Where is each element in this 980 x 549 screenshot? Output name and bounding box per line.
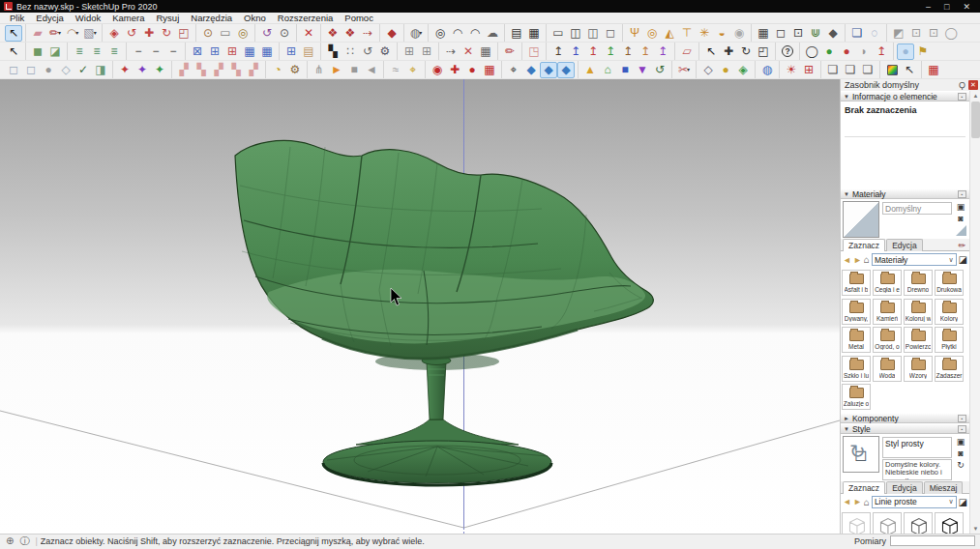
edge-lines-remove-icon[interactable]: ≡ [105, 43, 123, 60]
material-category[interactable]: Szkło i lu [842, 356, 871, 382]
window-lock-icon[interactable]: ◻ [602, 25, 619, 42]
drop-green-icon[interactable]: ↥ [602, 43, 619, 60]
leaf-gem-icon[interactable]: ◈ [734, 62, 752, 78]
table-edit-icon[interactable]: ▦ [477, 43, 494, 60]
gear-icon[interactable]: ⚙ [376, 43, 394, 60]
window-new-icon[interactable]: ▭ [549, 25, 567, 42]
menu-item-kamera[interactable]: Kamera [106, 13, 150, 23]
eagle-view-icon[interactable]: ≈ [387, 62, 404, 78]
dash-remove-icon[interactable]: − [164, 43, 182, 60]
edge-lines-add-icon[interactable]: ≡ [88, 43, 105, 60]
menu-item-widok[interactable]: Widok [70, 13, 106, 23]
step-back-icon[interactable]: ◄ [363, 62, 380, 78]
dot-select-icon[interactable]: ∷ [342, 43, 359, 60]
drop-brown-icon[interactable]: ↥ [619, 43, 637, 60]
bubble-c-icon[interactable]: ❏ [859, 62, 876, 78]
render-check-icon[interactable]: ◎ [431, 25, 449, 42]
flask-icon[interactable]: ◍ [758, 62, 776, 78]
sphere-remove-icon[interactable]: ● [838, 43, 855, 60]
drop-dark-icon[interactable]: ↥ [549, 43, 567, 60]
panel-header-entity-info[interactable]: ▼ Informacje o elemencie ▪ [841, 91, 969, 101]
interactive-render-icon[interactable]: ◠ [466, 25, 484, 42]
panel-options-button[interactable]: ▪ [958, 190, 966, 198]
terrain-e-icon[interactable]: ▞ [245, 62, 262, 78]
forward-arrow-icon[interactable]: ► [853, 497, 862, 506]
orbit-tool-icon[interactable]: ↺ [258, 25, 276, 42]
box-diagonal-icon[interactable]: ⊠ [189, 43, 206, 60]
maximize-button[interactable]: □ [944, 2, 949, 12]
material-name-field[interactable]: Domyślny [882, 202, 952, 215]
material-category[interactable]: Kolory [935, 299, 964, 325]
support-funnel-icon[interactable]: Ψ [626, 25, 643, 42]
window-cloud-icon[interactable]: ◫ [584, 25, 602, 42]
play-icon[interactable]: ► [328, 62, 345, 78]
material-category[interactable]: Woda [873, 356, 902, 382]
tab-mieszaj[interactable]: Mieszaj [924, 481, 964, 494]
chair-model[interactable] [235, 141, 653, 485]
edge-lines-icon[interactable]: ≡ [71, 43, 88, 60]
minimize-button[interactable]: – [926, 2, 931, 12]
scrollbar-thumb[interactable] [971, 101, 980, 138]
spin-back-icon[interactable]: ↺ [651, 62, 668, 78]
material-category[interactable]: Kamień [873, 299, 902, 325]
binoculars-icon[interactable]: ◎ [234, 25, 252, 42]
zoom-tool-icon[interactable]: ⊙ [276, 25, 293, 42]
line-arrow-icon[interactable]: ⇢ [442, 43, 460, 60]
bow-purple-icon[interactable]: ▼ [634, 62, 651, 78]
credits-icon[interactable]: ⓘ [19, 535, 29, 548]
red-grid-icon[interactable]: ▦ [481, 62, 498, 78]
bubble-a-icon[interactable]: ❏ [824, 62, 842, 78]
warehouse-icon[interactable]: ❖ [324, 25, 342, 42]
tab-zaznacz[interactable]: Zaznacz [843, 481, 885, 494]
text-label-icon[interactable]: ▭ [217, 25, 234, 42]
style-thumbnail-cube[interactable] [842, 512, 871, 535]
section-display-icon[interactable]: ▤ [508, 25, 525, 42]
cube-export-icon[interactable]: ◨ [92, 62, 109, 78]
back-arrow-icon[interactable]: ◄ [843, 497, 851, 506]
clock-icon[interactable]: ◔ [269, 62, 286, 78]
dice-b-icon[interactable]: ⊡ [925, 25, 942, 42]
monitor-display-icon[interactable]: ▦ [525, 25, 543, 42]
select-tool-icon[interactable]: ↖ [5, 25, 22, 42]
material-category[interactable]: Dywany, [842, 299, 871, 325]
target-icon[interactable]: ⌖ [505, 62, 522, 78]
secondary-pane-icon[interactable]: ◪ [959, 254, 967, 265]
home-icon[interactable]: ⌂ [864, 254, 870, 265]
push-pull-icon[interactable]: ◈ [105, 25, 123, 42]
drape-tool-icon[interactable]: ▦ [755, 25, 772, 42]
material-category[interactable]: Zadaszer [935, 356, 964, 382]
material-category[interactable]: Powierzc [904, 327, 933, 353]
grid-b-icon[interactable]: ⊞ [418, 43, 435, 60]
profile-tool-icon[interactable]: ✂▾ [675, 62, 693, 78]
rectangle-tool-icon[interactable]: ▧▾ [81, 25, 99, 42]
red-table-icon[interactable]: ▦ [925, 62, 942, 78]
check-edit-icon[interactable]: ✓ [74, 62, 92, 78]
menu-item-rozszerzenia[interactable]: Rozszerzenia [272, 13, 340, 23]
dash-add-icon[interactable]: − [147, 43, 164, 60]
tab-edycja[interactable]: Edycja [886, 481, 923, 494]
material-category[interactable]: Ogród, o [873, 327, 902, 353]
snap-points-icon[interactable]: ◌ [866, 25, 883, 42]
delete-x-icon[interactable]: ✕ [300, 25, 317, 42]
cursor-icon[interactable]: ↖ [901, 62, 918, 78]
sphere-add-icon[interactable]: ● [820, 43, 838, 60]
cube-soft-icon[interactable]: ◻ [5, 62, 22, 78]
materials-collection-dropdown[interactable]: Materiały ∨ [872, 253, 957, 266]
terrain-d-icon[interactable]: ▚ [227, 62, 245, 78]
shell-icon[interactable]: ◗ [855, 43, 873, 60]
cloud-render-icon[interactable]: ☁ [484, 25, 501, 42]
scale-tool-2-icon[interactable]: ◰ [755, 43, 772, 60]
terrain-c-icon[interactable]: ▞ [210, 62, 227, 78]
sphere-wire-icon[interactable]: ◯ [803, 43, 820, 60]
shell-gray-icon[interactable]: ◇ [57, 62, 74, 78]
paint-bucket-icon[interactable]: ◙ [958, 214, 963, 223]
box-quad-red-icon[interactable]: ⊞ [223, 43, 241, 60]
rotate-tool-2-icon[interactable]: ↻ [737, 43, 755, 60]
dice-a-icon[interactable]: ⊡ [907, 25, 925, 42]
tent-yellow-icon[interactable]: ▲ [581, 62, 599, 78]
sample-paint-icon[interactable]: ✏ [958, 241, 967, 250]
lock-key-icon[interactable]: ● [717, 62, 734, 78]
table-blue-icon[interactable]: ▦ [241, 43, 258, 60]
secondary-pane-icon[interactable]: ◪ [959, 497, 967, 507]
spike-tool-icon[interactable]: ✳ [696, 25, 713, 42]
